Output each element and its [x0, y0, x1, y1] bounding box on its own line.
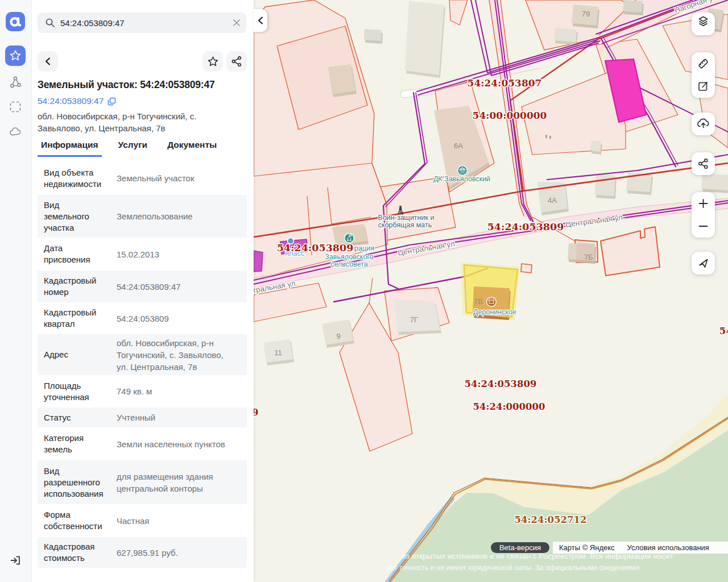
- map-button-ruler[interactable]: [692, 52, 715, 75]
- poi-label-7: Деронинское: [473, 308, 516, 316]
- map-toolbar-upload: [692, 113, 715, 135]
- map-button-share[interactable]: [692, 152, 715, 175]
- share-icon: [231, 56, 242, 67]
- sidebar-item-area-select[interactable]: [5, 97, 26, 117]
- info-label: Адрес: [38, 349, 117, 360]
- sidebar-item-cloud[interactable]: [5, 122, 26, 142]
- info-row-7: СтатусУчтенный: [38, 408, 247, 427]
- building: [405, 1, 444, 75]
- cadastral-label-3: 54:24:053809: [277, 242, 354, 253]
- info-row-8: Категория земельЗемли населенных пунктов: [38, 427, 247, 460]
- logout-button[interactable]: [5, 550, 26, 571]
- info-table: Вид объекта недвижимостиЗемельный участо…: [38, 161, 247, 568]
- info-label: Вид земельного участка: [38, 199, 117, 234]
- favorite-button[interactable]: [202, 51, 223, 72]
- search-input[interactable]: 54:24:053809:47: [60, 18, 233, 28]
- info-row-1: Вид земельного участкаЗемлепользование: [38, 195, 247, 238]
- map-toolbar-measure-edit: [692, 52, 715, 98]
- info-label: Категория земель: [38, 433, 117, 455]
- info-value: Частная: [117, 515, 247, 527]
- tab-2[interactable]: Документы: [164, 140, 220, 157]
- sidebar: 54:24:053809:47: [0, 0, 254, 582]
- cadastral-label-5: 54:24:000000: [473, 401, 545, 412]
- chevron-left-icon: [257, 16, 264, 24]
- building-label-0: 79: [582, 10, 590, 18]
- object-cadastral-number[interactable]: 54:24:053809:47: [38, 96, 104, 106]
- info-row-10: Форма собственностиЧастная: [38, 504, 247, 537]
- map-copyright: Карты © Яндекс: [559, 543, 615, 552]
- info-value: обл. Новосибирская, р-н Тогучинский, с. …: [117, 337, 247, 373]
- info-label: Кадастровая стоимость: [38, 541, 117, 564]
- map-button-edit[interactable]: [692, 75, 715, 98]
- info-label: Форма собственности: [38, 509, 117, 532]
- poi-label-1: Воин-защитник и: [378, 214, 435, 222]
- map-button-minus[interactable]: [692, 215, 715, 238]
- dashed-square-icon: [9, 101, 22, 113]
- info-row-5: Адресобл. Новосибирская, р-н Тогучинский…: [38, 334, 247, 375]
- share-button[interactable]: [226, 51, 247, 72]
- app-logo[interactable]: [6, 12, 25, 31]
- terms-of-use-link[interactable]: Условия использования: [627, 543, 709, 552]
- info-value: Учтенный: [117, 411, 247, 423]
- app-root: Центральная ул.Центральная ул.Центральна…: [0, 0, 728, 582]
- cadastral-label-2: 54:24:053809: [487, 221, 564, 232]
- building: [623, 0, 643, 13]
- sidebar-item-favorites[interactable]: [5, 45, 26, 66]
- cadastral-label-6: 54:24:052712: [515, 514, 587, 525]
- map-toolbar-zoom: [692, 192, 715, 238]
- tab-0[interactable]: Информация: [38, 140, 102, 157]
- building: [595, 174, 615, 196]
- info-value: Земельный участок: [117, 172, 247, 184]
- building-label-5: 7Г: [410, 315, 418, 324]
- exit-icon: [9, 554, 22, 567]
- info-label: Статус: [38, 412, 117, 423]
- map-button-layers[interactable]: [692, 13, 715, 35]
- tab-1[interactable]: Услуги: [115, 140, 151, 157]
- poi-label-4: Завьяловского: [325, 253, 373, 261]
- navigation-arrow-icon: [692, 252, 715, 275]
- parcel: [521, 264, 532, 273]
- ruler-icon: [692, 52, 715, 75]
- search-icon: [45, 18, 55, 28]
- plus-icon: [692, 192, 715, 215]
- share-icon: [692, 152, 715, 175]
- info-value: 627,985.91 руб.: [117, 547, 247, 559]
- info-row-4: Кадастровый квартал54:24:053809: [38, 302, 247, 334]
- layers-icon: [692, 13, 715, 35]
- minus-icon: [692, 215, 715, 238]
- object-cadastral-link[interactable]: 54:24:053809:47: [38, 96, 116, 106]
- map-button-navigation-arrow[interactable]: [692, 252, 715, 275]
- object-title: Земельный участок: 54:24:053809:47: [38, 79, 251, 91]
- map-toolbar-share: [692, 152, 715, 175]
- info-row-3: Кадастровый номер54:24:053809:47: [38, 271, 247, 302]
- tiny-symbol: [545, 135, 547, 138]
- search-bar[interactable]: 54:24:053809:47: [38, 13, 246, 33]
- info-label: Кадастровый номер: [38, 275, 117, 298]
- cloud-upload-icon: [692, 113, 715, 135]
- map-toolbar-locate: [692, 252, 715, 275]
- info-row-2: Дата присвоения15.02.2013: [38, 238, 247, 271]
- edit-icon: [692, 75, 715, 98]
- back-button[interactable]: [38, 51, 58, 72]
- collapse-sidebar-button[interactable]: [254, 9, 267, 32]
- close-icon[interactable]: [233, 19, 241, 27]
- building-label-2: 4А: [548, 196, 557, 205]
- cadastral-label-1: 54:00:000000: [473, 110, 547, 121]
- cadastral-label-8: 54:24:053807: [719, 325, 728, 336]
- map-toolbar-layers: [692, 13, 715, 35]
- map-button-cloud-upload[interactable]: [692, 113, 715, 135]
- building-school-2: [254, 251, 263, 272]
- building-label-1: 6А: [454, 142, 463, 150]
- info-value: 749 кв. м: [117, 385, 247, 397]
- tiny-symbol: [549, 136, 551, 139]
- sidebar-item-graph[interactable]: [5, 72, 26, 93]
- building: [554, 28, 577, 42]
- cadastral-label-0: 54:24:053807: [468, 77, 542, 89]
- map-button-plus[interactable]: [692, 192, 715, 215]
- object-panel: 54:24:053809:47: [32, 0, 254, 582]
- info-label: Вид разрешенного использования: [38, 465, 117, 500]
- building-label-4: 7В: [474, 297, 483, 306]
- copy-icon[interactable]: [107, 97, 116, 106]
- info-label: Площадь уточненная: [38, 380, 117, 403]
- map-attribution: Beta-версия Карты © Яндекс Условия испол…: [491, 541, 728, 554]
